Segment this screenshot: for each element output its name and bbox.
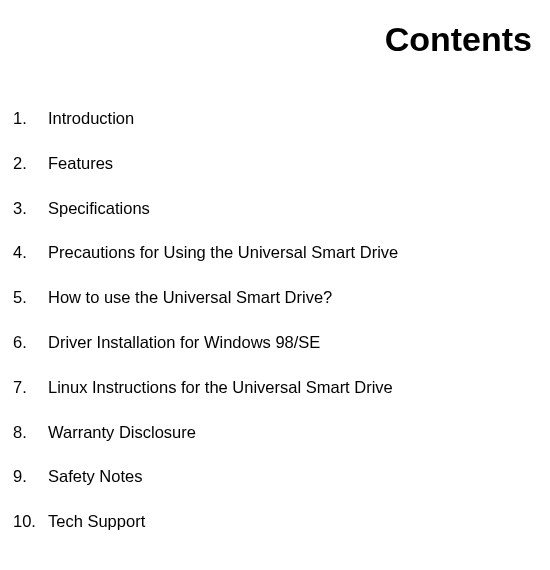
list-item: 10. Tech Support (13, 512, 540, 532)
list-item: 5. How to use the Universal Smart Drive? (13, 288, 540, 308)
item-label: Tech Support (48, 512, 540, 532)
item-number: 10. (13, 512, 48, 532)
item-number: 2. (13, 154, 48, 174)
item-label: How to use the Universal Smart Drive? (48, 288, 540, 308)
item-number: 1. (13, 109, 48, 129)
item-label: Driver Installation for Windows 98/SE (48, 333, 540, 353)
item-number: 6. (13, 333, 48, 353)
item-label: Safety Notes (48, 467, 540, 487)
item-label: Specifications (48, 199, 540, 219)
contents-list: 1. Introduction 2. Features 3. Specifica… (10, 109, 540, 532)
item-label: Introduction (48, 109, 540, 129)
item-number: 8. (13, 423, 48, 443)
item-label: Precautions for Using the Universal Smar… (48, 243, 540, 263)
list-item: 9. Safety Notes (13, 467, 540, 487)
item-number: 3. (13, 199, 48, 219)
list-item: 3. Specifications (13, 199, 540, 219)
page-title: Contents (10, 20, 540, 59)
item-number: 4. (13, 243, 48, 263)
item-label: Features (48, 154, 540, 174)
item-label: Linux Instructions for the Universal Sma… (48, 378, 540, 398)
list-item: 2. Features (13, 154, 540, 174)
item-number: 7. (13, 378, 48, 398)
list-item: 4. Precautions for Using the Universal S… (13, 243, 540, 263)
list-item: 6. Driver Installation for Windows 98/SE (13, 333, 540, 353)
item-label: Warranty Disclosure (48, 423, 540, 443)
list-item: 1. Introduction (13, 109, 540, 129)
item-number: 5. (13, 288, 48, 308)
item-number: 9. (13, 467, 48, 487)
list-item: 7. Linux Instructions for the Universal … (13, 378, 540, 398)
list-item: 8. Warranty Disclosure (13, 423, 540, 443)
